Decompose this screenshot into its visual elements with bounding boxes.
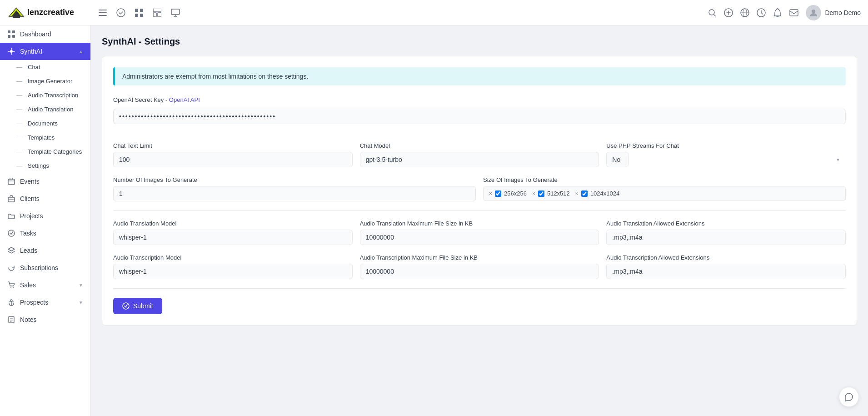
svg-point-6 xyxy=(117,9,125,17)
search-icon[interactable] xyxy=(708,8,717,17)
audio-translation-max-input[interactable] xyxy=(360,230,599,245)
chat-model-input[interactable] xyxy=(360,152,599,167)
audio-transcription-max-group: Audio Transcription Maximum File Size in… xyxy=(360,254,599,279)
chevron-down-icon-prospects: ▼ xyxy=(79,300,83,305)
svg-rect-21 xyxy=(790,10,798,16)
php-streams-label: Use PHP Streams For Chat xyxy=(606,142,846,149)
sidebar-label-audio-transcription: Audio Transcription xyxy=(28,92,78,99)
bell-icon[interactable] xyxy=(773,8,782,17)
sidebar-item-documents[interactable]: — Documents xyxy=(0,116,90,130)
size-512-item: × 512x512 xyxy=(532,190,570,197)
num-images-label: Number Of Images To Generate xyxy=(113,176,476,183)
sidebar-item-events[interactable]: Events xyxy=(0,173,90,190)
svg-rect-2 xyxy=(13,16,20,18)
audio-transcription-ext-input[interactable] xyxy=(606,264,846,279)
audio-translation-max-group: Audio Translation Maximum File Size in K… xyxy=(360,220,599,245)
page-title: SynthAI - Settings xyxy=(102,36,857,47)
sidebar-item-settings[interactable]: — Settings xyxy=(0,159,90,173)
app-layout: Dashboard SynthAI ▲ — Chat — Image Gener… xyxy=(0,25,868,416)
sidebar-item-tasks[interactable]: Tasks xyxy=(0,225,90,242)
svg-rect-26 xyxy=(12,35,15,38)
svg-rect-23 xyxy=(8,30,10,33)
sidebar-item-notes[interactable]: Notes xyxy=(0,311,90,328)
svg-point-33 xyxy=(13,287,14,288)
menu-icon[interactable] xyxy=(98,8,107,17)
svg-rect-4 xyxy=(99,12,107,13)
grid-icon[interactable] xyxy=(135,8,144,17)
form-row-audio-transcription: Audio Transcription Model Audio Transcri… xyxy=(113,254,846,279)
sidebar-item-prospects[interactable]: Prospects ▼ xyxy=(0,294,90,311)
divider-2 xyxy=(113,288,846,289)
php-streams-select[interactable]: No Yes xyxy=(606,152,629,167)
size-256-item: × 256x256 xyxy=(489,190,527,197)
size-512-checkbox[interactable] xyxy=(538,190,544,197)
audio-translation-model-input[interactable] xyxy=(113,230,353,245)
submit-button[interactable]: Submit xyxy=(113,298,162,314)
size-1024-item: × 1024x1024 xyxy=(575,190,619,197)
openai-api-link[interactable]: OpenAI API xyxy=(169,96,200,103)
divider-1 xyxy=(113,211,846,211)
sidebar-label-documents: Documents xyxy=(28,120,58,127)
sidebar-label-audio-translation: Audio Translation xyxy=(28,106,73,113)
user-area[interactable]: Demo Demo xyxy=(806,5,861,20)
sidebar-label-notes: Notes xyxy=(20,316,37,323)
sidebar-item-dashboard[interactable]: Dashboard xyxy=(0,25,90,43)
sidebar-label-dashboard: Dashboard xyxy=(20,30,51,38)
sidebar-item-clients[interactable]: Clients xyxy=(0,190,90,207)
sparkle-icon xyxy=(7,47,15,55)
audio-transcription-model-input[interactable] xyxy=(113,264,353,279)
layers-icon xyxy=(7,246,15,255)
size-checkbox-group: × 256x256 × 512x512 × 1024x1024 xyxy=(483,186,846,201)
sidebar-item-audio-translation[interactable]: — Audio Translation xyxy=(0,102,90,116)
svg-rect-25 xyxy=(8,35,10,38)
sidebar-label-subscriptions: Subscriptions xyxy=(20,264,58,271)
sidebar-label-chat: Chat xyxy=(28,64,40,70)
sidebar-item-template-categories[interactable]: — Template Categories xyxy=(0,145,90,159)
audio-translation-model-group: Audio Translation Model xyxy=(113,220,353,245)
form-row-chat: Chat Text Limit Chat Model Use PHP Strea… xyxy=(113,142,846,167)
sidebar-item-projects[interactable]: Projects xyxy=(0,207,90,225)
check-icon xyxy=(7,229,15,237)
check-circle-icon[interactable] xyxy=(116,8,125,17)
user-name: Demo Demo xyxy=(825,9,861,16)
size-1024-checkbox[interactable] xyxy=(581,190,588,197)
sidebar-item-subscriptions[interactable]: Subscriptions xyxy=(0,259,90,276)
form-row-audio-translation: Audio Translation Model Audio Translatio… xyxy=(113,220,846,245)
audio-transcription-model-label: Audio Transcription Model xyxy=(113,254,353,261)
sidebar-label-clients: Clients xyxy=(20,195,40,202)
svg-rect-3 xyxy=(99,10,107,10)
audio-translation-ext-input[interactable] xyxy=(606,230,846,245)
plus-circle-icon[interactable] xyxy=(724,8,733,17)
audio-transcription-ext-group: Audio Transcription Allowed Extensions xyxy=(606,254,846,279)
secret-key-input[interactable] xyxy=(113,109,846,124)
monitor-icon[interactable] xyxy=(171,8,180,17)
globe-icon[interactable] xyxy=(740,8,749,17)
svg-rect-8 xyxy=(140,9,143,12)
sidebar-item-chat[interactable]: — Chat xyxy=(0,60,90,74)
num-images-input[interactable] xyxy=(113,186,476,201)
chevron-up-icon: ▲ xyxy=(79,49,83,54)
svg-point-27 xyxy=(10,50,13,53)
secret-key-group: OpenAI Secret Key - OpenAI API xyxy=(113,96,846,133)
size-images-label: Size Of Images To Generate xyxy=(483,176,846,183)
chat-bubble[interactable] xyxy=(839,387,859,407)
svg-rect-9 xyxy=(135,14,138,17)
audio-transcription-max-input[interactable] xyxy=(360,264,599,279)
svg-rect-37 xyxy=(9,316,14,323)
chat-text-limit-input[interactable] xyxy=(113,152,353,167)
anchor-icon xyxy=(7,298,15,306)
mail-icon[interactable] xyxy=(789,8,798,17)
sidebar-item-synthai[interactable]: SynthAI ▲ xyxy=(0,43,90,60)
sidebar-item-leads[interactable]: Leads xyxy=(0,242,90,259)
clock-icon[interactable] xyxy=(757,8,766,17)
size-256-checkbox[interactable] xyxy=(495,190,501,197)
svg-point-32 xyxy=(10,287,11,288)
sidebar-item-audio-transcription[interactable]: — Audio Transcription xyxy=(0,88,90,102)
sidebar-item-templates[interactable]: — Templates xyxy=(0,130,90,145)
sidebar-item-sales[interactable]: Sales ▼ xyxy=(0,276,90,294)
svg-rect-7 xyxy=(135,9,138,12)
layout-icon[interactable] xyxy=(153,8,162,17)
sidebar-item-image-generator[interactable]: — Image Generator xyxy=(0,74,90,88)
svg-point-22 xyxy=(812,10,815,13)
svg-rect-13 xyxy=(158,13,161,17)
